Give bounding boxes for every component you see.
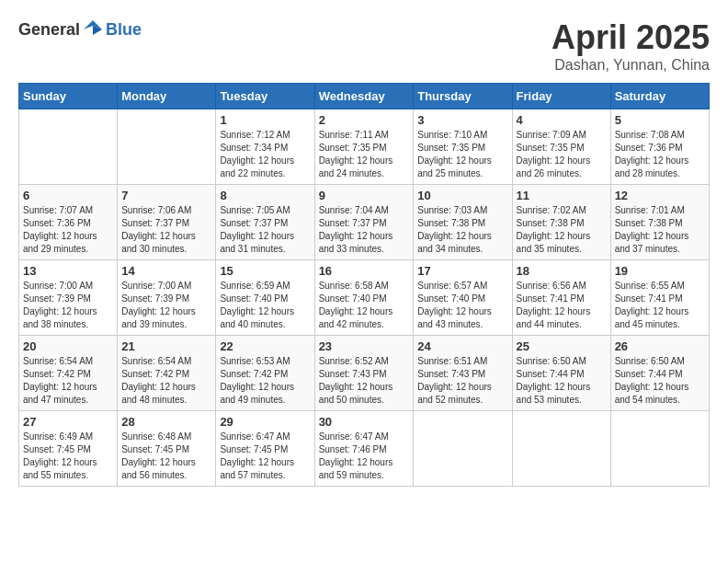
day-info: Sunrise: 6:51 AMSunset: 7:43 PMDaylight:… <box>417 355 507 407</box>
calendar-cell: 4Sunrise: 7:09 AMSunset: 7:35 PMDaylight… <box>512 109 610 185</box>
calendar-cell: 12Sunrise: 7:01 AMSunset: 7:38 PMDayligh… <box>610 185 709 260</box>
calendar-cell: 20Sunrise: 6:54 AMSunset: 7:42 PMDayligh… <box>19 336 118 411</box>
calendar-cell <box>414 411 512 487</box>
day-info: Sunrise: 7:07 AMSunset: 7:36 PMDaylight:… <box>23 204 113 256</box>
calendar-cell <box>610 411 709 487</box>
location-title: Dashan, Yunnan, China <box>552 57 710 74</box>
calendar-cell: 25Sunrise: 6:50 AMSunset: 7:44 PMDayligh… <box>512 336 610 411</box>
calendar-cell: 6Sunrise: 7:07 AMSunset: 7:36 PMDaylight… <box>19 185 118 260</box>
day-number: 7 <box>121 189 211 202</box>
calendar-cell: 8Sunrise: 7:05 AMSunset: 7:37 PMDaylight… <box>216 185 314 260</box>
logo-icon <box>82 18 104 40</box>
calendar-cell: 24Sunrise: 6:51 AMSunset: 7:43 PMDayligh… <box>414 336 512 411</box>
calendar-week-row: 27Sunrise: 6:49 AMSunset: 7:45 PMDayligh… <box>19 411 710 487</box>
day-info: Sunrise: 7:11 AMSunset: 7:35 PMDaylight:… <box>319 129 410 180</box>
calendar-cell: 14Sunrise: 7:00 AMSunset: 7:39 PMDayligh… <box>118 260 216 336</box>
calendar-cell: 16Sunrise: 6:58 AMSunset: 7:40 PMDayligh… <box>314 260 414 336</box>
header: General Blue April 2025 Dashan, Yunnan, … <box>18 18 710 74</box>
day-number: 3 <box>417 113 507 127</box>
day-number: 15 <box>220 264 310 278</box>
day-info: Sunrise: 7:04 AMSunset: 7:37 PMDaylight:… <box>319 204 410 256</box>
day-number: 13 <box>23 264 113 278</box>
day-number: 28 <box>121 415 211 429</box>
day-number: 8 <box>220 189 310 202</box>
weekday-header-cell: Tuesday <box>216 84 314 109</box>
calendar-cell: 26Sunrise: 6:50 AMSunset: 7:44 PMDayligh… <box>610 336 709 411</box>
day-info: Sunrise: 7:05 AMSunset: 7:37 PMDaylight:… <box>220 204 310 256</box>
day-number: 19 <box>615 264 705 278</box>
day-number: 2 <box>319 113 410 127</box>
day-info: Sunrise: 6:57 AMSunset: 7:40 PMDaylight:… <box>417 280 507 331</box>
weekday-header-cell: Saturday <box>610 84 709 109</box>
calendar-cell: 5Sunrise: 7:08 AMSunset: 7:36 PMDaylight… <box>610 109 709 185</box>
title-area: April 2025 Dashan, Yunnan, China <box>552 18 710 74</box>
day-info: Sunrise: 6:49 AMSunset: 7:45 PMDaylight:… <box>23 431 113 482</box>
calendar-cell: 3Sunrise: 7:10 AMSunset: 7:35 PMDaylight… <box>414 109 512 185</box>
weekday-header-cell: Thursday <box>414 84 512 109</box>
day-info: Sunrise: 6:47 AMSunset: 7:46 PMDaylight:… <box>319 431 410 482</box>
calendar-week-row: 20Sunrise: 6:54 AMSunset: 7:42 PMDayligh… <box>19 336 710 411</box>
calendar-cell: 28Sunrise: 6:48 AMSunset: 7:45 PMDayligh… <box>118 411 216 487</box>
day-number: 26 <box>615 339 705 353</box>
weekday-header-cell: Monday <box>118 84 216 109</box>
calendar-cell: 30Sunrise: 6:47 AMSunset: 7:46 PMDayligh… <box>314 411 414 487</box>
calendar-cell: 1Sunrise: 7:12 AMSunset: 7:34 PMDaylight… <box>216 109 314 185</box>
day-info: Sunrise: 6:54 AMSunset: 7:42 PMDaylight:… <box>23 355 113 407</box>
calendar-cell: 2Sunrise: 7:11 AMSunset: 7:35 PMDaylight… <box>314 109 414 185</box>
day-number: 21 <box>121 339 211 353</box>
day-info: Sunrise: 6:53 AMSunset: 7:42 PMDaylight:… <box>220 355 310 407</box>
calendar-week-row: 6Sunrise: 7:07 AMSunset: 7:36 PMDaylight… <box>19 185 710 260</box>
day-info: Sunrise: 6:47 AMSunset: 7:45 PMDaylight:… <box>220 431 310 482</box>
calendar-cell: 18Sunrise: 6:56 AMSunset: 7:41 PMDayligh… <box>512 260 610 336</box>
calendar-week-row: 13Sunrise: 7:00 AMSunset: 7:39 PMDayligh… <box>19 260 710 336</box>
day-number: 5 <box>615 113 705 127</box>
calendar-cell: 23Sunrise: 6:52 AMSunset: 7:43 PMDayligh… <box>314 336 414 411</box>
weekday-header-cell: Sunday <box>19 84 118 109</box>
calendar-cell: 15Sunrise: 6:59 AMSunset: 7:40 PMDayligh… <box>216 260 314 336</box>
calendar-cell: 17Sunrise: 6:57 AMSunset: 7:40 PMDayligh… <box>414 260 512 336</box>
calendar-cell: 9Sunrise: 7:04 AMSunset: 7:37 PMDaylight… <box>314 185 414 260</box>
day-number: 12 <box>615 189 705 202</box>
calendar-cell: 10Sunrise: 7:03 AMSunset: 7:38 PMDayligh… <box>414 185 512 260</box>
calendar-cell: 22Sunrise: 6:53 AMSunset: 7:42 PMDayligh… <box>216 336 314 411</box>
day-number: 22 <box>220 339 310 353</box>
day-info: Sunrise: 7:09 AMSunset: 7:35 PMDaylight:… <box>517 129 607 180</box>
calendar: SundayMondayTuesdayWednesdayThursdayFrid… <box>18 83 710 487</box>
day-info: Sunrise: 7:00 AMSunset: 7:39 PMDaylight:… <box>121 280 211 331</box>
day-info: Sunrise: 6:59 AMSunset: 7:40 PMDaylight:… <box>220 280 310 331</box>
calendar-cell <box>118 109 216 185</box>
day-number: 27 <box>23 415 113 429</box>
day-number: 4 <box>517 113 607 127</box>
calendar-cell <box>19 109 118 185</box>
day-number: 14 <box>121 264 211 278</box>
month-title: April 2025 <box>552 18 710 57</box>
weekday-header-row: SundayMondayTuesdayWednesdayThursdayFrid… <box>19 84 710 109</box>
day-number: 25 <box>517 339 607 353</box>
calendar-cell: 19Sunrise: 6:55 AMSunset: 7:41 PMDayligh… <box>610 260 709 336</box>
day-number: 24 <box>417 339 507 353</box>
day-info: Sunrise: 6:50 AMSunset: 7:44 PMDaylight:… <box>517 355 607 407</box>
day-info: Sunrise: 7:12 AMSunset: 7:34 PMDaylight:… <box>220 129 310 180</box>
calendar-body: 1Sunrise: 7:12 AMSunset: 7:34 PMDaylight… <box>19 109 710 487</box>
day-info: Sunrise: 6:52 AMSunset: 7:43 PMDaylight:… <box>319 355 410 407</box>
day-info: Sunrise: 6:54 AMSunset: 7:42 PMDaylight:… <box>121 355 211 407</box>
day-info: Sunrise: 6:48 AMSunset: 7:45 PMDaylight:… <box>121 431 211 482</box>
day-info: Sunrise: 7:03 AMSunset: 7:38 PMDaylight:… <box>417 204 507 256</box>
day-number: 10 <box>417 189 507 202</box>
day-info: Sunrise: 7:08 AMSunset: 7:36 PMDaylight:… <box>615 129 705 180</box>
day-number: 29 <box>220 415 310 429</box>
logo-general: General <box>18 20 80 40</box>
day-number: 18 <box>517 264 607 278</box>
day-info: Sunrise: 6:55 AMSunset: 7:41 PMDaylight:… <box>615 280 705 331</box>
day-number: 20 <box>23 339 113 353</box>
day-info: Sunrise: 6:56 AMSunset: 7:41 PMDaylight:… <box>517 280 607 331</box>
day-number: 9 <box>319 189 410 202</box>
day-number: 23 <box>319 339 410 353</box>
day-number: 11 <box>517 189 607 202</box>
day-info: Sunrise: 7:01 AMSunset: 7:38 PMDaylight:… <box>615 204 705 256</box>
day-number: 6 <box>23 189 113 202</box>
day-info: Sunrise: 7:02 AMSunset: 7:38 PMDaylight:… <box>517 204 607 256</box>
logo: General Blue <box>18 18 142 40</box>
calendar-cell: 29Sunrise: 6:47 AMSunset: 7:45 PMDayligh… <box>216 411 314 487</box>
day-info: Sunrise: 6:58 AMSunset: 7:40 PMDaylight:… <box>319 280 410 331</box>
